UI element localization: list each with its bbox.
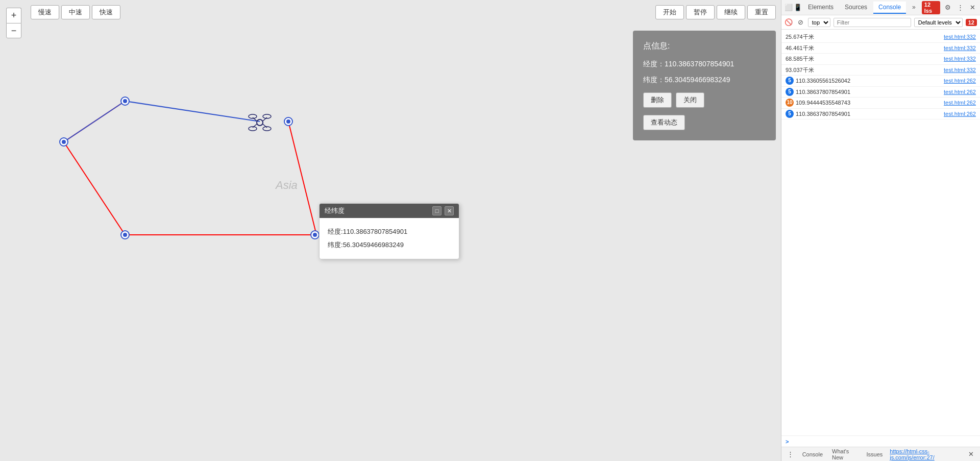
pause-button[interactable]: 暂停 bbox=[686, 5, 715, 19]
bottom-tab-issues[interactable]: Issues bbox=[865, 450, 885, 458]
info-panel-buttons: 删除 关闭 bbox=[643, 92, 766, 108]
console-msg-6: 5 110.38637807854901 test.html:262 bbox=[781, 87, 980, 98]
msg-text-8: 110.38637807854901 bbox=[796, 110, 942, 118]
drone-icon bbox=[249, 114, 271, 131]
view-animation-button[interactable]: 查看动态 bbox=[643, 115, 685, 130]
msg-link-3[interactable]: test.html:332 bbox=[944, 55, 976, 63]
msg-text-2: 46.461千米 bbox=[786, 44, 942, 53]
badge-7: 10 bbox=[786, 99, 794, 107]
console-prompt-row: > bbox=[781, 435, 980, 447]
zoom-in-button[interactable]: + bbox=[6, 8, 21, 23]
red-path bbox=[64, 101, 316, 235]
blue-line-2 bbox=[125, 101, 260, 122]
devtools-bottom-link[interactable]: https://html-css-js.com/js/error:27/ bbox=[890, 448, 961, 460]
delete-button[interactable]: 删除 bbox=[643, 92, 672, 108]
more-options-icon[interactable]: ⋮ bbox=[955, 2, 965, 13]
badge-5: 5 bbox=[786, 77, 794, 85]
inspect-icon[interactable]: ⬜ bbox=[785, 2, 793, 13]
marker-4-center bbox=[123, 233, 127, 237]
speed-toolbar: 慢速 中速 快速 bbox=[31, 5, 120, 19]
close-bottom-bar-icon[interactable]: ✕ bbox=[966, 449, 976, 460]
console-msg-5: 5 110.33605561526042 test.html:262 bbox=[781, 76, 980, 87]
issues-count-badge[interactable]: 12 bbox=[966, 19, 977, 26]
msg-link-7[interactable]: test.html:262 bbox=[944, 99, 976, 107]
zoom-out-button[interactable]: − bbox=[6, 23, 21, 38]
msg-text-1: 25.674千米 bbox=[786, 33, 942, 41]
control-buttons: 开始 暂停 继续 重置 bbox=[655, 5, 776, 19]
console-toolbar: 🚫 ⊘ top Default levels Verbose Info Warn… bbox=[781, 15, 980, 30]
filter-input[interactable] bbox=[834, 18, 911, 27]
info-panel-title: 点信息: bbox=[643, 41, 766, 52]
start-button[interactable]: 开始 bbox=[655, 5, 684, 19]
bottom-tab-console[interactable]: Console bbox=[800, 450, 825, 458]
prompt-arrow-icon: > bbox=[786, 439, 789, 445]
medium-button[interactable]: 中速 bbox=[61, 5, 90, 19]
coord-popup-body: 经度:110.38637807854901 纬度:56.304594669832… bbox=[320, 218, 459, 259]
info-latitude: 纬度：56.30459466983249 bbox=[643, 75, 766, 85]
popup-icon-buttons: □ ✕ bbox=[432, 206, 454, 215]
devtools-bottom-bar: ⋮ Console What's New Issues https://html… bbox=[781, 447, 980, 461]
msg-text-4: 93.037千米 bbox=[786, 66, 942, 75]
coord-popup-header: 经纬度 □ ✕ bbox=[320, 204, 459, 218]
filter-toggle-icon[interactable]: ⊘ bbox=[796, 17, 805, 28]
console-msg-3: 68.585千米 test.html:332 bbox=[781, 54, 980, 65]
tab-sources[interactable]: Sources bbox=[840, 2, 872, 14]
info-panel: 点信息: 经度：110.38637807854901 纬度：56.3045946… bbox=[633, 31, 776, 140]
badge-8: 5 bbox=[786, 110, 794, 118]
popup-longitude: 经度:110.38637807854901 bbox=[328, 225, 451, 238]
slow-button[interactable]: 慢速 bbox=[31, 5, 59, 19]
tab-elements[interactable]: Elements bbox=[803, 2, 839, 14]
devtools-menu-icon[interactable]: ⋮ bbox=[786, 449, 795, 460]
marker-5-center bbox=[313, 233, 317, 237]
devtools-panel: ⬜ 📱 Elements Sources Console » 12 Iss ⚙ … bbox=[781, 0, 980, 461]
reset-button[interactable]: 重置 bbox=[747, 5, 776, 19]
bottom-tab-whats-new[interactable]: What's New bbox=[830, 447, 860, 462]
info-longitude: 经度：110.38637807854901 bbox=[643, 59, 766, 69]
tab-console[interactable]: Console bbox=[873, 2, 906, 14]
popup-latitude: 纬度:56.30459466983249 bbox=[328, 238, 451, 252]
msg-text-6: 110.38637807854901 bbox=[796, 88, 942, 96]
close-info-button[interactable]: 关闭 bbox=[676, 92, 704, 108]
context-select[interactable]: top bbox=[808, 18, 830, 27]
msg-link-2[interactable]: test.html:332 bbox=[944, 44, 976, 53]
devtools-tab-bar: ⬜ 📱 Elements Sources Console » 12 Iss ⚙ … bbox=[781, 0, 980, 15]
console-msg-2: 46.461千米 test.html:332 bbox=[781, 43, 980, 54]
popup-close-button[interactable]: ✕ bbox=[445, 206, 454, 215]
msg-text-5: 110.33605561526042 bbox=[796, 77, 942, 85]
fast-button[interactable]: 快速 bbox=[92, 5, 120, 19]
settings-icon[interactable]: ⚙ bbox=[943, 2, 953, 13]
blue-line-1 bbox=[64, 101, 125, 142]
msg-link-4[interactable]: test.html:332 bbox=[944, 66, 976, 75]
console-msg-1: 25.674千米 test.html:332 bbox=[781, 32, 980, 43]
map-area: + − 慢速 中速 快速 开始 暂停 继续 重置 bbox=[0, 0, 781, 461]
resume-button[interactable]: 继续 bbox=[717, 5, 745, 19]
svg-point-0 bbox=[257, 119, 263, 126]
console-msg-8: 5 110.38637807854901 test.html:262 bbox=[781, 109, 980, 120]
console-msg-7: 10 109.94444535548743 test.html:262 bbox=[781, 98, 980, 109]
clear-console-icon[interactable]: 🚫 bbox=[785, 17, 793, 28]
msg-link-5[interactable]: test.html:262 bbox=[944, 77, 976, 85]
msg-link-1[interactable]: test.html:332 bbox=[944, 33, 976, 41]
badge-6: 5 bbox=[786, 88, 794, 96]
coord-popup-title: 经纬度 bbox=[325, 206, 345, 215]
zoom-controls: + − bbox=[6, 8, 21, 38]
console-msg-4: 93.037千米 test.html:332 bbox=[781, 65, 980, 76]
level-select[interactable]: Default levels Verbose Info Warnings Err… bbox=[914, 18, 963, 27]
devtools-top-icons: 12 Iss ⚙ ⋮ ✕ bbox=[922, 1, 977, 14]
msg-text-7: 109.94444535548743 bbox=[796, 99, 942, 107]
device-icon[interactable]: 📱 bbox=[794, 2, 802, 13]
console-messages: 25.674千米 test.html:332 46.461千米 test.htm… bbox=[781, 30, 980, 435]
close-devtools-icon[interactable]: ✕ bbox=[968, 2, 978, 13]
tab-more[interactable]: » bbox=[907, 2, 921, 14]
coord-popup: 经纬度 □ ✕ 经度:110.38637807854901 纬度:56.3045… bbox=[319, 203, 459, 259]
popup-minimize-button[interactable]: □ bbox=[432, 206, 442, 215]
msg-link-6[interactable]: test.html:262 bbox=[944, 88, 976, 96]
msg-link-8[interactable]: test.html:262 bbox=[944, 110, 976, 118]
marker-2-center bbox=[62, 140, 66, 144]
msg-text-3: 68.585千米 bbox=[786, 55, 942, 63]
marker-1-center bbox=[123, 99, 127, 103]
issues-badge[interactable]: 12 Iss bbox=[922, 1, 940, 14]
marker-3-center bbox=[286, 119, 290, 124]
